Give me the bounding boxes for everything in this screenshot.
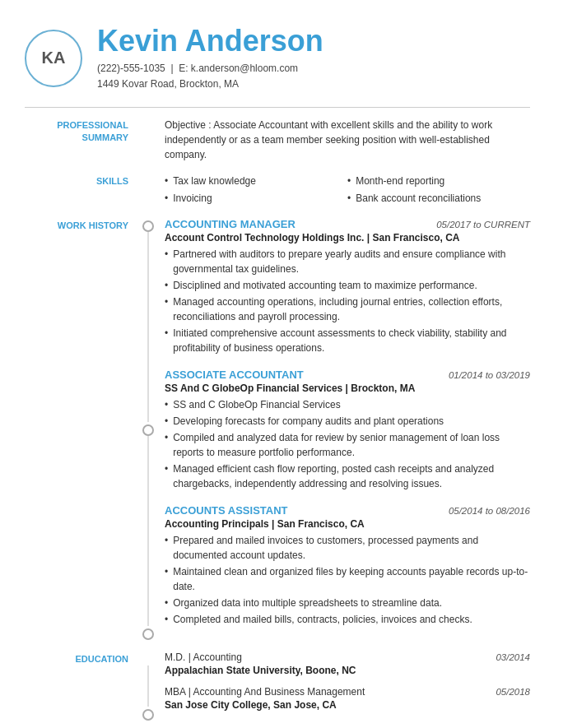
professional-summary-content: Objective : Associate Accountant with ex…: [156, 118, 530, 162]
bullet: Initiated comprehensive account assessme…: [165, 326, 530, 355]
skill-item: Bank account reconciliations: [347, 191, 530, 206]
job-title-row-1: ACCOUNTING MANAGER 05/2017 to CURRENT: [165, 218, 530, 230]
timeline-skills: [140, 174, 156, 188]
job-company-2: SS And C GlobeOp Financial Services | Br…: [165, 383, 530, 394]
edu-date-1: 03/2014: [496, 652, 530, 662]
edu-degree-1: M.D. | Accounting: [165, 651, 242, 663]
edu-degree-2: MBA | Accounting And Business Management: [165, 686, 365, 698]
resume-header: KA Kevin Anderson (222)-555-1035 | E: k.…: [25, 25, 530, 92]
address: 1449 Kovar Road, Brockton, MA: [97, 78, 239, 90]
edu-title-row-2: MBA | Accounting And Business Management…: [165, 686, 530, 698]
skill-item: Invoicing: [165, 191, 347, 206]
header-divider: [25, 107, 530, 108]
bullet: Completed and mailed bills, contracts, p…: [165, 612, 530, 627]
timeline-line-edu: [147, 665, 149, 707]
bullet: Partnered with auditors to prepare yearl…: [165, 247, 530, 276]
timeline-dot-1: [142, 220, 154, 232]
phone: (222)-555-1035: [97, 63, 165, 74]
job-dates-2: 01/2014 to 03/2019: [449, 370, 530, 380]
timeline-dot-edu2: [142, 709, 154, 721]
summary-text: Objective : Associate Accountant with ex…: [165, 118, 530, 162]
work-history-label: WORK HISTORY: [25, 218, 140, 232]
job-bullets-3: Prepared and mailed invoices to customer…: [165, 533, 530, 627]
edu-date-2: 05/2018: [496, 687, 530, 697]
bullet: SS and C GlobeOp Financial Services: [165, 397, 530, 412]
job-entry-2: ASSOCIATE ACCOUNTANT 01/2014 to 03/2019 …: [165, 369, 530, 491]
bullet: Maintained clean and organized files by …: [165, 564, 530, 594]
job-title-row-2: ASSOCIATE ACCOUNTANT 01/2014 to 03/2019: [165, 369, 530, 381]
work-history-section: WORK HISTORY ACCOUNTING MANAGER 05/2017 …: [25, 218, 530, 640]
timeline-dot-2: [142, 424, 154, 436]
professional-summary-label: PROFESSIONAL SUMMARY: [25, 118, 140, 145]
job-entry-1: ACCOUNTING MANAGER 05/2017 to CURRENT Ac…: [165, 218, 530, 355]
bullet: Disciplined and motivated accounting tea…: [165, 278, 530, 293]
skills-label: SKILLS: [25, 174, 140, 188]
header-info: Kevin Anderson (222)-555-1035 | E: k.and…: [97, 25, 323, 92]
bullet: Organized data into multiple spreadsheet…: [165, 596, 530, 610]
job-title-row-3: ACCOUNTS ASSISTANT 05/2014 to 08/2016: [165, 504, 530, 517]
education-label: EDUCATION: [25, 651, 140, 665]
skills-section: SKILLS Tax law knowledge Month-end repor…: [25, 174, 530, 206]
job-entry-3: ACCOUNTS ASSISTANT 05/2014 to 08/2016 Ac…: [165, 504, 530, 627]
job-company-3: Accounting Principals | San Francisco, C…: [165, 518, 530, 530]
bullet: Developing forecasts for company audits …: [165, 414, 530, 429]
bullet: Compiled and analyzed data for review by…: [165, 430, 530, 460]
skill-item: Month-end reporting: [347, 174, 530, 189]
education-content: M.D. | Accounting 03/2014 Appalachian St…: [156, 651, 530, 721]
skills-grid: Tax law knowledge Month-end reporting In…: [165, 174, 530, 206]
edu-title-row-1: M.D. | Accounting 03/2014: [165, 651, 530, 663]
timeline-education: [140, 651, 156, 721]
edu-school-1: Appalachian State University, Boone, NC: [165, 665, 530, 676]
candidate-name: Kevin Anderson: [97, 25, 323, 58]
timeline-line: [147, 232, 149, 422]
timeline-line: [147, 436, 149, 626]
timeline-dot-3: [142, 628, 154, 640]
job-bullets-1: Partnered with auditors to prepare yearl…: [165, 247, 530, 355]
skill-item: Tax law knowledge: [165, 174, 347, 189]
job-bullets-2: SS and C GlobeOp Financial Services Deve…: [165, 397, 530, 491]
job-company-1: Account Control Technology Holdings Inc.…: [165, 232, 530, 243]
contact-info: (222)-555-1035 | E: k.anderson@hloom.com…: [97, 61, 323, 92]
work-history-content: ACCOUNTING MANAGER 05/2017 to CURRENT Ac…: [156, 218, 530, 640]
email: k.anderson@hloom.com: [191, 63, 298, 74]
job-title-3: ACCOUNTS ASSISTANT: [165, 504, 288, 517]
education-section: EDUCATION M.D. | Accounting 03/2014 Appa…: [25, 651, 530, 721]
professional-summary-section: PROFESSIONAL SUMMARY Objective : Associa…: [25, 118, 530, 162]
job-dates-3: 05/2014 to 08/2016: [449, 506, 530, 516]
job-dates-1: 05/2017 to CURRENT: [436, 220, 530, 230]
timeline-work: [140, 218, 156, 640]
skills-content: Tax law knowledge Month-end reporting In…: [156, 174, 530, 206]
timeline-summary: [140, 118, 156, 132]
edu-entry-2: MBA | Accounting And Business Management…: [165, 686, 530, 711]
bullet: Managed accounting operations, including…: [165, 294, 530, 324]
bullet: Prepared and mailed invoices to customer…: [165, 533, 530, 563]
edu-entry-1: M.D. | Accounting 03/2014 Appalachian St…: [165, 651, 530, 676]
bullet: Managed efficient cash flow reporting, p…: [165, 461, 530, 491]
job-title-1: ACCOUNTING MANAGER: [165, 218, 295, 230]
edu-school-2: San Jose City College, San Jose, CA: [165, 699, 530, 711]
job-title-2: ASSOCIATE ACCOUNTANT: [165, 369, 304, 381]
avatar: KA: [25, 30, 82, 87]
